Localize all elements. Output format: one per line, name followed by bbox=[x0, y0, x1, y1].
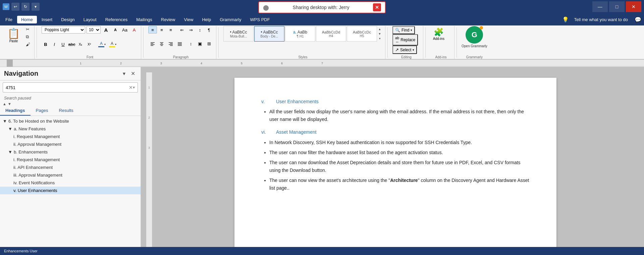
numbers-button[interactable]: ≡ bbox=[157, 26, 166, 34]
nav-search-input[interactable] bbox=[6, 85, 129, 90]
style-body-default[interactable]: • AaBbCc Body - De... bbox=[254, 26, 284, 42]
tree-item-7[interactable]: iii. Approval Management bbox=[0, 171, 141, 179]
align-left-button[interactable] bbox=[148, 40, 157, 48]
nav-close-button[interactable]: ✕ bbox=[129, 70, 137, 77]
align-center-button[interactable] bbox=[157, 40, 166, 48]
copy-button[interactable]: ⧉ bbox=[24, 34, 32, 40]
subscript-button[interactable]: X₂ bbox=[76, 41, 85, 48]
redo-button[interactable]: ↻ bbox=[21, 3, 30, 11]
tree-item-4[interactable]: ▼ b. Enhancements bbox=[0, 148, 141, 156]
change-case-button[interactable]: Aa bbox=[121, 26, 129, 34]
menu-design[interactable]: Design bbox=[57, 16, 78, 23]
paste-button[interactable]: 📋 Paste bbox=[4, 26, 23, 44]
justify-button[interactable] bbox=[175, 40, 184, 48]
tree-item-9[interactable]: v. User Enhancements bbox=[0, 187, 141, 194]
menu-layout[interactable]: Layout bbox=[79, 16, 101, 23]
shrink-font-button[interactable]: A bbox=[111, 26, 119, 34]
cut-button[interactable]: ✂ bbox=[24, 26, 32, 33]
find-dropdown[interactable]: ▾ bbox=[411, 28, 412, 32]
superscript-button[interactable]: X² bbox=[85, 41, 93, 48]
menu-grammarly[interactable]: Grammarly bbox=[216, 16, 245, 23]
bullets-button[interactable]: ≡ bbox=[148, 26, 157, 34]
font-color-bar bbox=[98, 46, 104, 47]
comment-button[interactable]: 💬 bbox=[633, 15, 643, 24]
styles-scroll-down[interactable]: ▼ bbox=[377, 31, 382, 36]
replace-button[interactable]: ab↔ Replace bbox=[392, 34, 418, 46]
nav-search-dropdown-button[interactable]: ▾ bbox=[133, 85, 135, 90]
cut-icon: ✂ bbox=[26, 27, 30, 32]
nav-next-result[interactable]: ▼ bbox=[8, 102, 11, 106]
select-button[interactable]: ↗ Select ▾ bbox=[392, 46, 417, 54]
lightbulb-icon: 💡 bbox=[562, 16, 569, 23]
styles-scroll-up[interactable]: ▲ bbox=[377, 27, 382, 31]
menu-file[interactable]: File bbox=[1, 16, 16, 23]
borders-button[interactable]: ⊞ bbox=[205, 40, 213, 48]
tree-item-0[interactable]: ▼ 6. To be Hosted on the Website bbox=[0, 117, 141, 125]
undo-button[interactable]: ↩ bbox=[11, 3, 19, 11]
nav-prev-result[interactable]: ▲ bbox=[3, 102, 6, 106]
addins-button[interactable]: 🧩 Add-ins bbox=[430, 26, 447, 42]
highlight-dropdown[interactable]: ▾ bbox=[115, 43, 116, 46]
strikethrough-button[interactable]: abc bbox=[68, 41, 76, 48]
addins-group: 🧩 Add-ins Add-ins bbox=[428, 26, 454, 59]
style-name-0: Mota-Bull... bbox=[230, 35, 247, 38]
tree-item-3[interactable]: ii. Approval Management bbox=[0, 140, 141, 148]
show-hide-button[interactable]: ¶ bbox=[205, 26, 213, 34]
tree-item-1[interactable]: ▼ a. New Features bbox=[0, 125, 141, 133]
style-preview-2: a. AaBb bbox=[293, 30, 307, 35]
multilevel-list-button[interactable]: ≡ bbox=[166, 26, 175, 34]
menu-mailings[interactable]: Mailings bbox=[132, 16, 156, 23]
tell-me-text[interactable]: Tell me what you want to do bbox=[572, 16, 631, 23]
tree-item-6[interactable]: ii. API Enhancement bbox=[0, 164, 141, 171]
menu-view[interactable]: View bbox=[180, 16, 197, 23]
select-dropdown[interactable]: ▾ bbox=[413, 48, 414, 52]
grow-font-button[interactable]: A bbox=[102, 26, 110, 34]
menu-home[interactable]: Home bbox=[17, 16, 37, 23]
font-color-button[interactable]: A ▾ bbox=[97, 41, 107, 48]
nav-tab-results[interactable]: Results bbox=[53, 106, 78, 116]
align-right-button[interactable] bbox=[166, 40, 175, 48]
quick-access-dropdown[interactable]: ▾ bbox=[32, 3, 40, 11]
tree-item-8[interactable]: iv. Event Notifications bbox=[0, 179, 141, 187]
decrease-indent-button[interactable]: ⇐ bbox=[177, 26, 186, 34]
nav-search-clear-button[interactable]: ✕ bbox=[129, 85, 133, 90]
underline-button[interactable]: U bbox=[59, 41, 67, 48]
nav-collapse-button[interactable]: ▾ bbox=[121, 70, 127, 77]
maximize-button[interactable]: □ bbox=[609, 1, 625, 12]
doc-page[interactable]: v. User Enhancements All the user fields… bbox=[234, 78, 556, 250]
menu-review[interactable]: Review bbox=[157, 16, 179, 23]
nav-tab-headings[interactable]: Headings bbox=[0, 106, 31, 116]
share-close-button[interactable]: ✕ bbox=[373, 3, 381, 11]
minimize-button[interactable]: — bbox=[592, 1, 608, 12]
menu-wps[interactable]: WPS PDF bbox=[246, 16, 274, 23]
nav-tab-pages[interactable]: Pages bbox=[31, 106, 54, 116]
tree-item-5[interactable]: i. Request Management bbox=[0, 156, 141, 164]
menu-insert[interactable]: Insert bbox=[38, 16, 57, 23]
line-spacing-button[interactable]: ↕ bbox=[186, 40, 195, 48]
clear-format-button[interactable]: A bbox=[130, 26, 138, 34]
font-size-select[interactable]: 10 bbox=[87, 26, 101, 34]
dropdown-arrow[interactable]: ▾ bbox=[104, 43, 106, 46]
style-h1[interactable]: a. AaBb ¶ H1 bbox=[285, 26, 315, 42]
sort-button[interactable]: ↕ bbox=[196, 26, 204, 34]
font-family-select[interactable]: Poppins Light bbox=[42, 26, 85, 34]
increase-indent-button[interactable]: ⇒ bbox=[186, 26, 195, 34]
style-mota-bullet[interactable]: • AaBbCc Mota-Bull... bbox=[223, 26, 254, 42]
style-h4[interactable]: AaBbCcDd H4 bbox=[316, 26, 346, 42]
tree-item-2[interactable]: i. Request Management bbox=[0, 133, 141, 140]
shading-button[interactable]: ▣ bbox=[196, 40, 204, 48]
style-h5[interactable]: AaBbCcDc H5 bbox=[347, 26, 377, 42]
menu-help[interactable]: Help bbox=[198, 16, 215, 23]
italic-button[interactable]: I bbox=[50, 41, 58, 48]
format-painter-button[interactable]: 🖌 bbox=[24, 41, 32, 48]
find-button[interactable]: 🔍 Find ▾ bbox=[392, 26, 415, 34]
styles-expand[interactable]: ▾ bbox=[377, 36, 382, 41]
font-group: Poppins Light 10 A A Aa A B I U abc X₂ X… bbox=[39, 26, 141, 59]
bold-button[interactable]: B bbox=[42, 41, 50, 48]
highlight-color-button[interactable]: A ▾ bbox=[108, 41, 118, 48]
menu-references[interactable]: References bbox=[101, 16, 131, 23]
align-left-icon bbox=[150, 42, 155, 46]
document-area[interactable]: 1 2 3 v. User Enhancements All the user … bbox=[141, 67, 644, 250]
paste-label: Paste bbox=[9, 39, 18, 43]
close-button[interactable]: ✕ bbox=[626, 1, 641, 12]
